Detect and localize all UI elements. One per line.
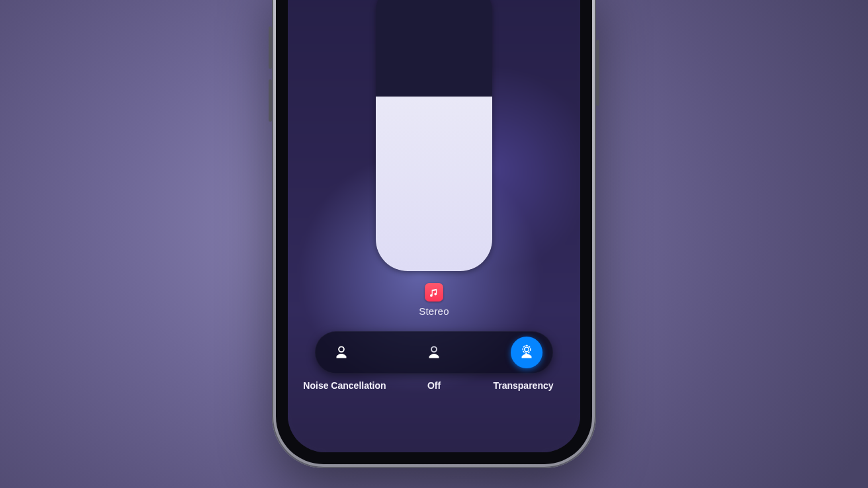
volume-fill <box>376 97 492 271</box>
off-mode-icon <box>424 343 444 362</box>
power-hw-button <box>596 40 599 106</box>
spatial-audio-label: Stereo <box>419 305 449 317</box>
phone-screen: Stereo <box>288 0 580 452</box>
noise-cancellation-label: Noise Cancellation <box>302 380 388 391</box>
volume-slider[interactable] <box>376 0 492 271</box>
transparency-icon <box>517 343 537 362</box>
off-button[interactable] <box>418 337 450 368</box>
noise-cancellation-icon <box>331 343 351 362</box>
svg-point-1 <box>431 346 437 352</box>
svg-point-2 <box>525 347 529 352</box>
music-app-icon <box>425 283 443 302</box>
mode-labels: Noise Cancellation Off Transparency <box>302 380 566 391</box>
iphone-mockup: Stereo <box>272 0 596 468</box>
svg-point-0 <box>339 346 344 352</box>
transparency-label: Transparency <box>480 380 566 391</box>
transparency-button[interactable] <box>511 337 542 368</box>
listening-mode-selector <box>315 331 553 374</box>
off-label: Off <box>401 380 467 391</box>
now-playing-app[interactable]: Stereo <box>419 283 449 317</box>
noise-cancellation-button[interactable] <box>326 337 357 368</box>
